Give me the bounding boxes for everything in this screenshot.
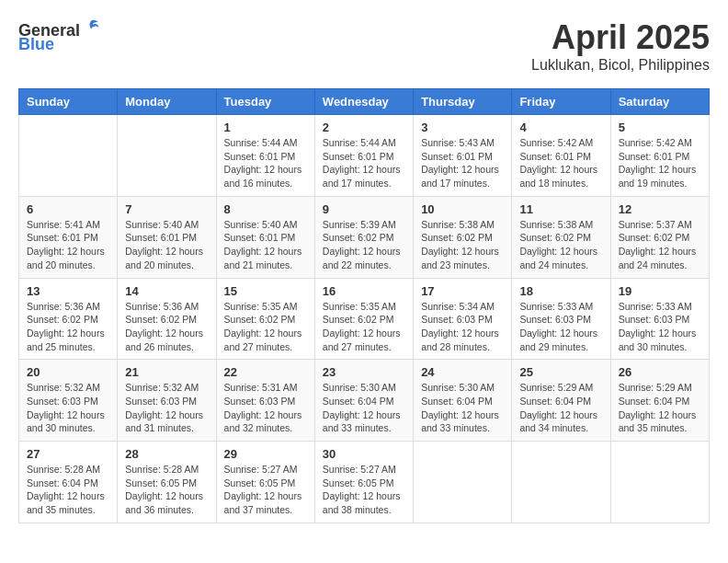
calendar-cell: 15Sunrise: 5:35 AMSunset: 6:02 PMDayligh… bbox=[216, 278, 314, 360]
day-number: 16 bbox=[323, 284, 405, 298]
logo-blue-text: Blue bbox=[18, 35, 54, 54]
day-number: 17 bbox=[421, 284, 504, 298]
cell-content: Sunrise: 5:30 AMSunset: 6:04 PMDaylight:… bbox=[421, 381, 504, 435]
cell-content: Sunrise: 5:27 AMSunset: 6:05 PMDaylight:… bbox=[224, 463, 307, 517]
cell-content: Sunrise: 5:35 AMSunset: 6:02 PMDaylight:… bbox=[224, 300, 307, 354]
cell-content: Sunrise: 5:41 AMSunset: 6:01 PMDaylight:… bbox=[27, 218, 109, 272]
calendar-cell bbox=[512, 442, 610, 523]
calendar-cell: 9Sunrise: 5:39 AMSunset: 6:02 PMDaylight… bbox=[314, 196, 413, 278]
day-number: 11 bbox=[519, 202, 602, 216]
logo: General Blue bbox=[18, 18, 100, 54]
day-number: 3 bbox=[421, 121, 504, 134]
cell-content: Sunrise: 5:38 AMSunset: 6:02 PMDaylight:… bbox=[421, 218, 504, 272]
calendar-header-wednesday: Wednesday bbox=[314, 89, 413, 115]
calendar-cell: 27Sunrise: 5:28 AMSunset: 6:04 PMDayligh… bbox=[19, 442, 118, 523]
calendar-cell: 21Sunrise: 5:32 AMSunset: 6:03 PMDayligh… bbox=[118, 360, 216, 442]
calendar-cell: 3Sunrise: 5:43 AMSunset: 6:01 PMDaylight… bbox=[414, 115, 512, 197]
cell-content: Sunrise: 5:42 AMSunset: 6:01 PMDaylight:… bbox=[519, 136, 602, 190]
calendar-cell: 17Sunrise: 5:34 AMSunset: 6:03 PMDayligh… bbox=[414, 278, 512, 360]
calendar-cell: 24Sunrise: 5:30 AMSunset: 6:04 PMDayligh… bbox=[414, 360, 512, 442]
cell-content: Sunrise: 5:29 AMSunset: 6:04 PMDaylight:… bbox=[519, 381, 602, 435]
calendar-cell: 18Sunrise: 5:33 AMSunset: 6:03 PMDayligh… bbox=[512, 278, 610, 360]
calendar-header-sunday: Sunday bbox=[19, 89, 118, 115]
cell-content: Sunrise: 5:32 AMSunset: 6:03 PMDaylight:… bbox=[125, 381, 208, 435]
day-number: 29 bbox=[224, 447, 307, 461]
cell-content: Sunrise: 5:27 AMSunset: 6:05 PMDaylight:… bbox=[323, 463, 405, 517]
day-number: 15 bbox=[224, 284, 307, 298]
cell-content: Sunrise: 5:44 AMSunset: 6:01 PMDaylight:… bbox=[323, 136, 405, 190]
calendar-week-row: 27Sunrise: 5:28 AMSunset: 6:04 PMDayligh… bbox=[19, 442, 710, 523]
calendar-cell: 2Sunrise: 5:44 AMSunset: 6:01 PMDaylight… bbox=[314, 115, 413, 197]
calendar-cell: 6Sunrise: 5:41 AMSunset: 6:01 PMDaylight… bbox=[19, 196, 118, 278]
cell-content: Sunrise: 5:37 AMSunset: 6:02 PMDaylight:… bbox=[619, 218, 701, 272]
calendar-cell bbox=[118, 115, 216, 197]
calendar-cell bbox=[610, 442, 709, 523]
cell-content: Sunrise: 5:36 AMSunset: 6:02 PMDaylight:… bbox=[27, 300, 109, 354]
calendar-cell: 12Sunrise: 5:37 AMSunset: 6:02 PMDayligh… bbox=[610, 196, 709, 278]
calendar-cell: 29Sunrise: 5:27 AMSunset: 6:05 PMDayligh… bbox=[216, 442, 314, 523]
calendar-cell: 4Sunrise: 5:42 AMSunset: 6:01 PMDaylight… bbox=[512, 115, 610, 197]
calendar-cell: 19Sunrise: 5:33 AMSunset: 6:03 PMDayligh… bbox=[610, 278, 709, 360]
calendar-cell: 22Sunrise: 5:31 AMSunset: 6:03 PMDayligh… bbox=[216, 360, 314, 442]
day-number: 4 bbox=[519, 121, 602, 134]
cell-content: Sunrise: 5:32 AMSunset: 6:03 PMDaylight:… bbox=[27, 381, 109, 435]
calendar-cell: 1Sunrise: 5:44 AMSunset: 6:01 PMDaylight… bbox=[216, 115, 314, 197]
calendar-week-row: 20Sunrise: 5:32 AMSunset: 6:03 PMDayligh… bbox=[19, 360, 710, 442]
day-number: 30 bbox=[323, 447, 405, 461]
calendar-header-monday: Monday bbox=[118, 89, 216, 115]
cell-content: Sunrise: 5:40 AMSunset: 6:01 PMDaylight:… bbox=[125, 218, 208, 272]
cell-content: Sunrise: 5:40 AMSunset: 6:01 PMDaylight:… bbox=[224, 218, 307, 272]
day-number: 18 bbox=[519, 284, 602, 298]
day-number: 13 bbox=[27, 284, 109, 298]
calendar-header-tuesday: Tuesday bbox=[216, 89, 314, 115]
cell-content: Sunrise: 5:42 AMSunset: 6:01 PMDaylight:… bbox=[619, 136, 701, 190]
calendar-cell: 25Sunrise: 5:29 AMSunset: 6:04 PMDayligh… bbox=[512, 360, 610, 442]
cell-content: Sunrise: 5:34 AMSunset: 6:03 PMDaylight:… bbox=[421, 300, 504, 354]
page-subtitle: Luklukan, Bicol, Philippines bbox=[531, 57, 710, 74]
day-number: 23 bbox=[323, 365, 405, 379]
day-number: 9 bbox=[323, 202, 405, 216]
day-number: 14 bbox=[125, 284, 208, 298]
calendar-header-thursday: Thursday bbox=[414, 89, 512, 115]
calendar-cell: 26Sunrise: 5:29 AMSunset: 6:04 PMDayligh… bbox=[610, 360, 709, 442]
logo-bird-icon bbox=[82, 18, 100, 37]
calendar-cell bbox=[414, 442, 512, 523]
day-number: 2 bbox=[323, 121, 405, 134]
calendar-cell: 11Sunrise: 5:38 AMSunset: 6:02 PMDayligh… bbox=[512, 196, 610, 278]
day-number: 5 bbox=[619, 121, 701, 134]
calendar-cell: 23Sunrise: 5:30 AMSunset: 6:04 PMDayligh… bbox=[314, 360, 413, 442]
calendar-cell: 20Sunrise: 5:32 AMSunset: 6:03 PMDayligh… bbox=[19, 360, 118, 442]
calendar-cell: 7Sunrise: 5:40 AMSunset: 6:01 PMDaylight… bbox=[118, 196, 216, 278]
calendar-cell: 16Sunrise: 5:35 AMSunset: 6:02 PMDayligh… bbox=[314, 278, 413, 360]
page-title: April 2025 bbox=[531, 18, 710, 57]
calendar-cell: 10Sunrise: 5:38 AMSunset: 6:02 PMDayligh… bbox=[414, 196, 512, 278]
calendar-header-friday: Friday bbox=[512, 89, 610, 115]
cell-content: Sunrise: 5:36 AMSunset: 6:02 PMDaylight:… bbox=[125, 300, 208, 354]
day-number: 20 bbox=[27, 365, 109, 379]
page-header: General Blue April 2025 Luklukan, Bicol,… bbox=[18, 18, 710, 74]
cell-content: Sunrise: 5:31 AMSunset: 6:03 PMDaylight:… bbox=[224, 381, 307, 435]
cell-content: Sunrise: 5:29 AMSunset: 6:04 PMDaylight:… bbox=[619, 381, 701, 435]
calendar-header-row: SundayMondayTuesdayWednesdayThursdayFrid… bbox=[19, 89, 710, 115]
cell-content: Sunrise: 5:28 AMSunset: 6:04 PMDaylight:… bbox=[27, 463, 109, 517]
calendar-table: SundayMondayTuesdayWednesdayThursdayFrid… bbox=[18, 88, 710, 523]
calendar-cell: 14Sunrise: 5:36 AMSunset: 6:02 PMDayligh… bbox=[118, 278, 216, 360]
day-number: 19 bbox=[619, 284, 701, 298]
day-number: 8 bbox=[224, 202, 307, 216]
cell-content: Sunrise: 5:44 AMSunset: 6:01 PMDaylight:… bbox=[224, 136, 307, 190]
calendar-cell: 28Sunrise: 5:28 AMSunset: 6:05 PMDayligh… bbox=[118, 442, 216, 523]
title-area: April 2025 Luklukan, Bicol, Philippines bbox=[531, 18, 710, 74]
calendar-week-row: 1Sunrise: 5:44 AMSunset: 6:01 PMDaylight… bbox=[19, 115, 710, 197]
cell-content: Sunrise: 5:33 AMSunset: 6:03 PMDaylight:… bbox=[519, 300, 602, 354]
cell-content: Sunrise: 5:30 AMSunset: 6:04 PMDaylight:… bbox=[323, 381, 405, 435]
calendar-cell: 30Sunrise: 5:27 AMSunset: 6:05 PMDayligh… bbox=[314, 442, 413, 523]
calendar-cell bbox=[19, 115, 118, 197]
cell-content: Sunrise: 5:38 AMSunset: 6:02 PMDaylight:… bbox=[519, 218, 602, 272]
cell-content: Sunrise: 5:39 AMSunset: 6:02 PMDaylight:… bbox=[323, 218, 405, 272]
cell-content: Sunrise: 5:35 AMSunset: 6:02 PMDaylight:… bbox=[323, 300, 405, 354]
day-number: 1 bbox=[224, 121, 307, 134]
day-number: 24 bbox=[421, 365, 504, 379]
day-number: 12 bbox=[619, 202, 701, 216]
day-number: 26 bbox=[619, 365, 701, 379]
day-number: 28 bbox=[125, 447, 208, 461]
